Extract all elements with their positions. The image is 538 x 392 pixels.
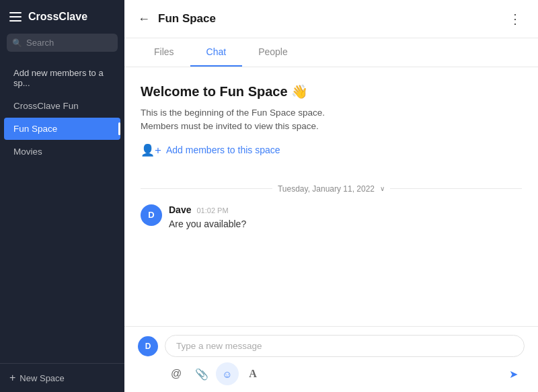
tabs-bar: Files Chat People	[124, 38, 538, 67]
user-avatar: D	[138, 336, 158, 356]
back-button[interactable]: ←	[138, 12, 150, 26]
message-author: Dave	[169, 204, 191, 215]
more-options-button[interactable]: ⋮	[506, 9, 525, 28]
sidebar-item-crossclave-fun[interactable]: CrossClave Fun	[4, 95, 120, 117]
send-button[interactable]: ➤	[502, 362, 525, 385]
paperclip-icon: 📎	[195, 368, 208, 381]
date-divider: Tuesday, January 11, 2022 ∨	[141, 184, 522, 194]
sidebar-header: CrossClave	[0, 0, 124, 34]
emoji-icon: ☺	[222, 368, 232, 380]
message-time: 01:02 PM	[196, 206, 228, 214]
emoji-button[interactable]: ☺	[216, 362, 239, 385]
message-text: Are you available?	[169, 217, 522, 231]
chat-area: Welcome to Fun Space 👋 This is the begin…	[124, 67, 538, 326]
input-row: D	[138, 335, 525, 357]
welcome-section: Welcome to Fun Space 👋 This is the begin…	[141, 83, 522, 157]
add-person-icon: 👤+	[141, 143, 161, 157]
new-space-label: New Space	[20, 373, 64, 383]
tab-people[interactable]: People	[242, 38, 304, 67]
menu-icon[interactable]	[9, 12, 22, 22]
search-container[interactable]: 🔍	[7, 34, 118, 52]
date-label: Tuesday, January 11, 2022	[278, 184, 375, 194]
welcome-title: Welcome to Fun Space 👋	[141, 83, 522, 100]
collapse-icon[interactable]: ∨	[380, 185, 385, 192]
search-input[interactable]	[26, 38, 112, 48]
welcome-description: This is the beginning of the Fun Space s…	[141, 106, 522, 134]
sidebar-item-add-members[interactable]: Add new members to a sp...	[4, 62, 120, 94]
add-members-label: Add members to this space	[166, 145, 280, 155]
tab-files[interactable]: Files	[138, 38, 190, 67]
new-space-button[interactable]: + New Space	[9, 372, 115, 384]
main-header: ← Fun Space ⋮	[124, 0, 538, 38]
toolbar: @ 📎 ☺ A ➤	[138, 362, 525, 385]
avatar: D	[141, 204, 162, 226]
message-input[interactable]	[165, 335, 525, 357]
active-indicator	[118, 122, 120, 136]
divider-line-right	[390, 188, 522, 189]
add-members-link[interactable]: 👤+ Add members to this space	[141, 143, 522, 157]
sidebar: CrossClave 🔍 Add new members to a sp... …	[0, 0, 124, 392]
message-meta: Dave 01:02 PM	[169, 204, 522, 215]
mention-icon: @	[171, 368, 182, 380]
sidebar-nav: Add new members to a sp... CrossClave Fu…	[0, 58, 124, 363]
page-title: Fun Space	[158, 12, 498, 26]
format-button[interactable]: A	[241, 362, 264, 385]
sidebar-item-movies[interactable]: Movies	[4, 141, 120, 163]
tab-chat[interactable]: Chat	[190, 38, 243, 67]
sidebar-footer: + New Space	[0, 363, 124, 392]
input-area: D @ 📎 ☺ A ➤	[124, 326, 538, 392]
plus-icon: +	[9, 372, 15, 384]
table-row: D Dave 01:02 PM Are you available?	[141, 204, 522, 231]
app-name: CrossClave	[28, 11, 87, 23]
main-content: ← Fun Space ⋮ Files Chat People Welcome …	[124, 0, 538, 392]
sidebar-item-fun-space[interactable]: Fun Space	[4, 118, 120, 140]
message-content: Dave 01:02 PM Are you available?	[169, 204, 522, 231]
attach-button[interactable]: 📎	[190, 362, 213, 385]
search-icon: 🔍	[12, 38, 22, 48]
divider-line-left	[141, 188, 272, 189]
mention-button[interactable]: @	[165, 362, 188, 385]
format-icon: A	[249, 368, 257, 380]
send-icon: ➤	[509, 368, 518, 381]
